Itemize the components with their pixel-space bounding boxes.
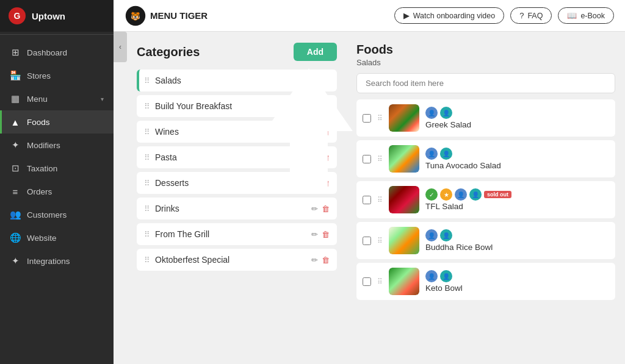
category-item[interactable]: ⠿ Salads (137, 70, 337, 91)
sidebar: G Uptown ⊞ Dashboard 🏪 Stores ▦ Menu ▾ ▲… (0, 0, 114, 364)
food-drag-handle-icon: ⠿ (377, 237, 383, 245)
drag-handle-icon: ⠿ (144, 204, 150, 213)
category-item[interactable]: ⠿ Drinks ✏ 🗑 (137, 198, 337, 219)
sidebar-item-dashboard[interactable]: ⊞ Dashboard (0, 41, 114, 64)
food-badges: 👤 👤 (425, 148, 609, 160)
sidebar-item-taxation[interactable]: ⊡ Taxation (0, 157, 114, 180)
category-item[interactable]: ⠿ From The Grill ✏ 🗑 (137, 223, 337, 245)
delete-icon[interactable]: 🗑 (322, 153, 330, 162)
food-thumbnail (389, 268, 419, 295)
sidebar-item-label: Taxation (27, 164, 104, 173)
food-item: ⠿ 👤 👤 Greek Salad (356, 99, 615, 137)
integrations-icon: ✦ (10, 255, 21, 266)
foods-panel: Foods Salads ⠿ 👤 👤 Greek Salad (347, 32, 625, 364)
drag-handle-icon: ⠿ (144, 127, 150, 137)
menu-icon: ▦ (10, 93, 21, 104)
delete-icon[interactable]: 🗑 (322, 127, 330, 137)
edit-icon[interactable]: ✏ (311, 179, 318, 188)
sidebar-item-foods[interactable]: ▲ Foods (0, 110, 114, 134)
sidebar-item-website[interactable]: 🌐 Website (0, 226, 114, 249)
category-item[interactable]: ⠿ Pasta ✏ 🗑 (137, 146, 337, 168)
food-drag-handle-icon: ⠿ (377, 114, 383, 123)
watch-onboarding-button[interactable]: ▶ Watch onboarding video (394, 7, 504, 24)
food-item: ⠿ 👤 👤 Keto Bowl (356, 263, 615, 300)
customers-icon: 👥 (10, 209, 21, 220)
drag-handle-icon: ⠿ (144, 76, 150, 85)
taxation-icon: ⊡ (10, 163, 21, 174)
edit-icon[interactable]: ✏ (311, 204, 318, 213)
stores-icon: 🏪 (10, 70, 21, 81)
sidebar-item-customers[interactable]: 👥 Customers (0, 203, 114, 226)
sidebar-item-label: Stores (27, 71, 104, 80)
faq-button[interactable]: ? FAQ (510, 7, 552, 24)
food-name: TFL Salad (425, 202, 609, 211)
sidebar-item-label: Website (27, 234, 104, 243)
sidebar-item-stores[interactable]: 🏪 Stores (0, 64, 114, 87)
collapse-sidebar-button[interactable]: ‹ (114, 32, 127, 62)
category-item[interactable]: ⠿ Oktoberfest Special ✏ 🗑 (137, 249, 337, 271)
food-select-checkbox[interactable] (363, 155, 371, 163)
category-item[interactable]: ⠿ Desserts ✏ 🗑 (137, 172, 337, 194)
food-thumbnail (389, 145, 419, 173)
topbar-logo-text: MENU TIGER (150, 10, 208, 21)
food-drag-handle-icon: ⠿ (377, 196, 383, 204)
food-info: 👤 👤 Tuna Avocado Salad (425, 148, 609, 170)
delete-icon[interactable]: 🗑 (322, 255, 330, 265)
main-content: 🐯 MENU TIGER ▶ Watch onboarding video ? … (114, 0, 625, 364)
food-info: 👤 👤 Buddha Rice Bowl (425, 229, 609, 252)
ebook-button[interactable]: 📖 e-Book (558, 7, 614, 24)
sidebar-brand-title: Uptown (32, 11, 65, 21)
edit-icon[interactable]: ✏ (311, 255, 318, 265)
sidebar-nav: ⊞ Dashboard 🏪 Stores ▦ Menu ▾ ▲ Foods ✦ … (0, 37, 114, 364)
category-item[interactable]: ⠿ Build Your Breakfast (137, 95, 337, 117)
food-select-checkbox[interactable] (363, 114, 371, 123)
person-badge-icon: 👤 (440, 229, 452, 241)
delete-icon[interactable]: 🗑 (322, 230, 330, 239)
sidebar-item-label: Foods (27, 118, 104, 127)
sidebar-logo-icon: G (9, 7, 26, 24)
menutiger-logo-icon: 🐯 (125, 5, 146, 27)
add-category-button[interactable]: Add (294, 43, 337, 61)
delete-icon[interactable]: 🗑 (322, 179, 330, 188)
svg-text:🐯: 🐯 (131, 12, 140, 21)
food-name: Greek Salad (425, 120, 609, 129)
food-select-checkbox[interactable] (363, 196, 371, 204)
book-icon: 📖 (567, 11, 577, 20)
sidebar-item-integrations[interactable]: ✦ Integrations (0, 249, 114, 273)
food-name: Buddha Rice Bowl (425, 243, 609, 252)
food-search-input[interactable] (356, 73, 615, 93)
edit-icon[interactable]: ✏ (311, 230, 318, 239)
sidebar-item-menu[interactable]: ▦ Menu ▾ (0, 87, 114, 110)
food-thumbnail (389, 227, 419, 254)
sidebar-item-modifiers[interactable]: ✦ Modifiers (0, 134, 114, 157)
delete-icon[interactable]: 🗑 (322, 204, 330, 213)
question-icon: ? (519, 11, 524, 20)
person-badge-icon: 👤 (425, 229, 438, 241)
person-badge-icon: 👤 (440, 148, 452, 160)
food-thumbnail (389, 104, 419, 132)
category-item[interactable]: ⠿ Wines ✏ 🗑 (137, 121, 337, 143)
food-badges: 👤 👤 (425, 107, 609, 119)
food-info: ✓ ★ 👤 👤 sold out TFL Salad (425, 188, 609, 211)
foods-icon: ▲ (10, 116, 21, 127)
category-actions: ✏ 🗑 (311, 230, 330, 239)
food-select-checkbox[interactable] (363, 237, 371, 245)
sidebar-item-label: Modifiers (27, 141, 104, 150)
food-item: ⠿ ✓ ★ 👤 👤 sold out TFL Salad (356, 181, 615, 218)
food-name: Keto Bowl (425, 284, 609, 293)
drag-handle-icon: ⠿ (144, 153, 150, 162)
sidebar-item-orders[interactable]: ≡ Orders (0, 180, 114, 203)
sidebar-item-label: Integrations (27, 257, 104, 266)
edit-icon[interactable]: ✏ (311, 127, 318, 137)
edit-icon[interactable]: ✏ (311, 153, 318, 162)
food-badges: ✓ ★ 👤 👤 sold out (425, 188, 609, 201)
drag-handle-icon: ⠿ (144, 179, 150, 188)
food-name: Tuna Avocado Salad (425, 161, 609, 170)
person-badge-icon: 👤 (425, 270, 438, 282)
food-drag-handle-icon: ⠿ (377, 277, 383, 286)
sidebar-item-label: Dashboard (27, 48, 104, 57)
person-badge-icon: 👤 (425, 148, 438, 160)
person-badge-icon: 👤 (440, 270, 452, 282)
drag-handle-icon: ⠿ (144, 230, 150, 239)
food-select-checkbox[interactable] (363, 277, 371, 286)
